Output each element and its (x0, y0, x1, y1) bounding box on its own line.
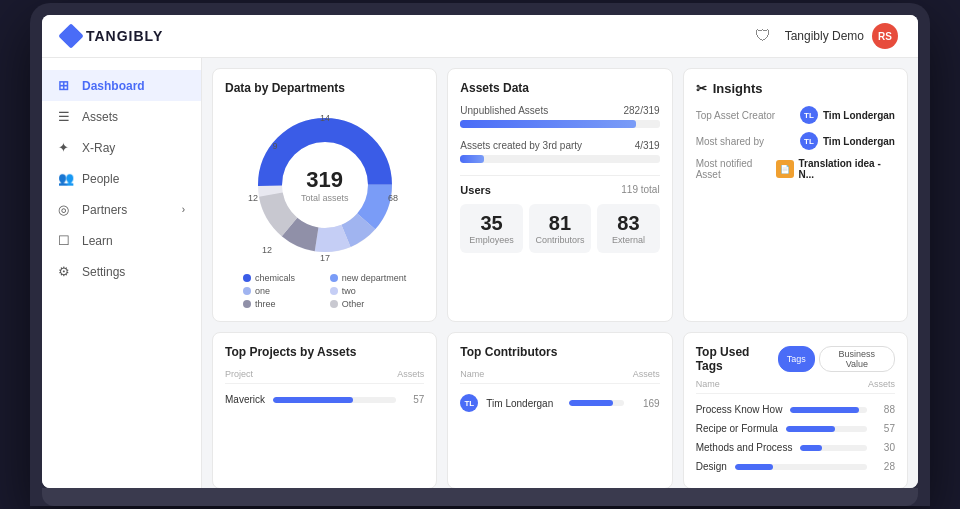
users-header: Users 119 total (460, 184, 659, 196)
legend-item: two (330, 286, 407, 296)
legend-item: chemicals (243, 273, 320, 283)
legend-dot-chemicals (243, 274, 251, 282)
sidebar-item-settings[interactable]: ⚙ Settings (42, 256, 201, 287)
donut-center: 319 Total assets (301, 167, 349, 203)
contributors-table-header: Name Assets (460, 369, 659, 384)
contributors-col-assets: Assets (633, 369, 660, 379)
departments-title: Data by Departments (225, 81, 424, 95)
external-count: 83 (601, 212, 655, 235)
sidebar: ⊞ Dashboard ☰ Assets ✦ X-Ray 👥 People ◎ (42, 58, 202, 488)
contributor-bar-fill-tim (569, 400, 613, 406)
legend-dot-other (330, 300, 338, 308)
svg-text:14: 14 (320, 113, 330, 123)
tag-row-3: Design 28 (696, 457, 895, 476)
asset-label-unpublished: Unpublished Assets (460, 105, 548, 116)
assets-title: Assets Data (460, 81, 659, 95)
legend-label-three: three (255, 299, 276, 309)
logo: TANGIBLY (62, 27, 163, 45)
content: Data by Departments (202, 58, 918, 488)
tag-bar-fill-2 (800, 445, 821, 451)
tags-title: Top Used Tags (696, 345, 778, 373)
asset-bar-fill-3rdparty (460, 155, 484, 163)
legend-item: three (243, 299, 320, 309)
asset-bar-fill-unpublished (460, 120, 635, 128)
tag-assets-2: 30 (875, 442, 895, 453)
people-icon: 👥 (58, 171, 74, 186)
donut-label: Total assets (301, 193, 349, 203)
svg-text:17: 17 (320, 253, 330, 263)
asset-bar-bg-unpublished (460, 120, 659, 128)
legend: chemicals new department one (243, 273, 406, 309)
project-name-maverick: Maverick (225, 394, 265, 405)
insight-person-notified: 📄 Translation idea - N... (776, 158, 895, 180)
sidebar-label-dashboard: Dashboard (82, 79, 145, 93)
shield-icon[interactable]: 🛡 (755, 27, 771, 45)
partners-icon: ◎ (58, 202, 74, 217)
legend-dot-one (243, 287, 251, 295)
contributors-count: 81 (533, 212, 587, 235)
contributor-bar-tim (569, 400, 623, 406)
asset-value-unpublished: 282/319 (624, 105, 660, 116)
sidebar-item-assets[interactable]: ☰ Assets (42, 101, 201, 132)
users-total: 119 total (621, 184, 659, 196)
tags-btn-businessvalue[interactable]: Business Value (819, 346, 895, 372)
svg-text:9: 9 (272, 141, 277, 151)
assets-card: Assets Data Unpublished Assets 282/319 A… (447, 68, 672, 322)
tags-btn-tags[interactable]: Tags (778, 346, 815, 372)
tag-bar-1 (786, 426, 867, 432)
tag-assets-3: 28 (875, 461, 895, 472)
tag-name-3: Design (696, 461, 727, 472)
sidebar-item-people[interactable]: 👥 People (42, 163, 201, 194)
tag-bar-fill-3 (735, 464, 773, 470)
asset-row-3rdparty: Assets created by 3rd party 4/319 (460, 140, 659, 163)
tag-name-1: Recipe or Formula (696, 423, 778, 434)
contributor-assets-tim: 169 (640, 398, 660, 409)
tag-bar-0 (790, 407, 867, 413)
donut-total: 319 (301, 167, 349, 193)
sidebar-label-assets: Assets (82, 110, 118, 124)
tag-row-1: Recipe or Formula 57 (696, 419, 895, 438)
tags-col-assets: Assets (868, 379, 895, 389)
user-stat-contributors: 81 Contributors (529, 204, 591, 253)
tag-assets-1: 57 (875, 423, 895, 434)
svg-text:68: 68 (388, 193, 398, 203)
mini-avatar-creator: TL (800, 106, 818, 124)
insight-label-creator: Top Asset Creator (696, 110, 775, 121)
legend-label-two: two (342, 286, 356, 296)
users-section: Users 119 total 35 Employees 81 Contribu… (460, 175, 659, 253)
contributors-card: Top Contributors Name Assets TL Tim Lond… (447, 332, 672, 488)
sidebar-item-learn[interactable]: ☐ Learn (42, 225, 201, 256)
settings-icon: ⚙ (58, 264, 74, 279)
user-stat-employees: 35 Employees (460, 204, 522, 253)
tag-bar-fill-0 (790, 407, 859, 413)
employees-count: 35 (464, 212, 518, 235)
contributor-row-tim: TL Tim Londergan 169 (460, 390, 659, 416)
user-stat-external: 83 External (597, 204, 659, 253)
external-label: External (601, 235, 655, 245)
tag-row-2: Methods and Process 30 (696, 438, 895, 457)
insight-row-creator: Top Asset Creator TL Tim Londergan (696, 106, 895, 124)
sidebar-label-people: People (82, 172, 119, 186)
legend-item: one (243, 286, 320, 296)
avatar[interactable]: RS (872, 23, 898, 49)
legend-label-one: one (255, 286, 270, 296)
sidebar-item-xray[interactable]: ✦ X-Ray (42, 132, 201, 163)
insights-card: ✂ Insights Top Asset Creator TL Tim Lond… (683, 68, 908, 322)
learn-icon: ☐ (58, 233, 74, 248)
donut-container: 14 9 12 12 17 68 319 Total assets (225, 105, 424, 309)
logo-text: TANGIBLY (86, 28, 163, 44)
project-assets-maverick: 57 (404, 394, 424, 405)
sidebar-item-partners[interactable]: ◎ Partners › (42, 194, 201, 225)
insights-title: ✂ Insights (696, 81, 895, 96)
sidebar-item-dashboard[interactable]: ⊞ Dashboard (42, 70, 201, 101)
donut-wrap: 14 9 12 12 17 68 319 Total assets (245, 105, 405, 265)
sidebar-label-settings: Settings (82, 265, 125, 279)
tag-bar-2 (800, 445, 867, 451)
projects-row-maverick: Maverick 57 (225, 390, 424, 409)
projects-card: Top Projects by Assets Project Assets Ma… (212, 332, 437, 488)
legend-item: new department (330, 273, 407, 283)
tag-assets-0: 88 (875, 404, 895, 415)
insight-person-shared: TL Tim Londergan (800, 132, 895, 150)
legend-dot-two (330, 287, 338, 295)
contributors-label: Contributors (533, 235, 587, 245)
